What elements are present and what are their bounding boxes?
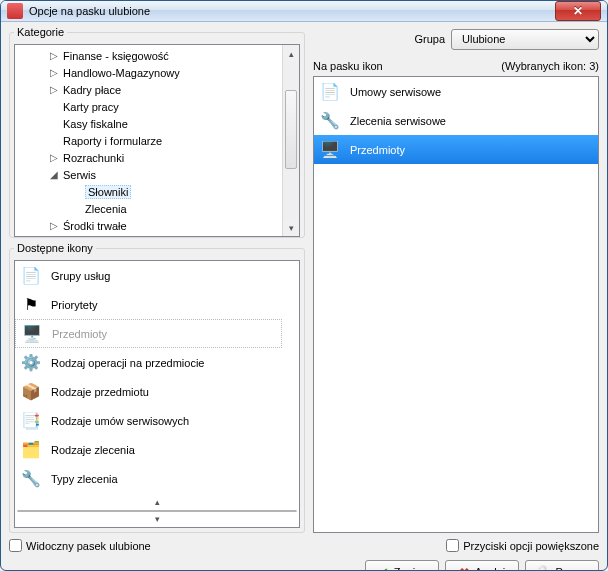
expander-icon[interactable]: ▷ [49, 220, 59, 231]
left-column: Kategorie ▷Finanse - księgowość▷Handlowo… [9, 26, 305, 533]
item-icon: ⚙️ [19, 352, 43, 374]
visible-favorites-checkbox[interactable]: Widoczny pasek ulubione [9, 539, 151, 552]
main-columns: Kategorie ▷Finanse - księgowość▷Handlowo… [9, 26, 599, 533]
tree-item-label: Finanse - księgowość [63, 50, 169, 62]
list-item[interactable]: ⚙️Rodzaj operacji na przedmiocie [15, 348, 282, 377]
help-button-label: Pomoc [555, 566, 589, 571]
tree-item[interactable]: Zlecenia [17, 200, 282, 217]
tree-item[interactable]: ▷Handlowo-Magazynowy [17, 64, 282, 81]
scroll-down-icon[interactable]: ▾ [15, 510, 299, 527]
scroll-track[interactable] [283, 62, 299, 219]
close-button[interactable]: ✕ [555, 1, 601, 21]
tree-item[interactable]: ◢Serwis [17, 166, 282, 183]
tree-item-label: Kasy fiskalne [63, 118, 128, 130]
favorites-item-label: Przedmioty [350, 144, 405, 156]
tree-item-label: Kadry płace [63, 84, 121, 96]
right-column: Grupa Ulubione Na pasku ikon (Wybranych … [313, 26, 599, 533]
list-item[interactable]: ⚑Priorytety [15, 290, 282, 319]
tree-item[interactable]: Raporty i formularze [17, 132, 282, 149]
list-item-label: Rodzaje umów serwisowych [51, 415, 189, 427]
item-icon: 📦 [19, 381, 43, 403]
list-item[interactable]: 📦Rodzaje przedmiotu [15, 377, 282, 406]
categories-group: Kategorie ▷Finanse - księgowość▷Handlowo… [9, 26, 305, 238]
expander-icon[interactable]: ▷ [49, 67, 59, 78]
help-icon: ❔ [534, 565, 550, 572]
tree-item-label: Słowniki [85, 185, 131, 199]
favorites-item-label: Umowy serwisowe [350, 86, 441, 98]
cross-icon: ✖ [459, 565, 470, 572]
content: Kategorie ▷Finanse - księgowość▷Handlowo… [1, 22, 607, 571]
favorites-item[interactable]: 📄Umowy serwisowe [314, 77, 598, 106]
available-icons-group: Dostępne ikony 📄Grupy usług⚑Priorytety🖥️… [9, 242, 305, 533]
tree-item[interactable]: ▷Finanse - księgowość [17, 47, 282, 64]
tree-item-label: Zlecenia [85, 203, 127, 215]
favorites-item-label: Zlecenia serwisowe [350, 115, 446, 127]
available-scrollbar[interactable]: ▴ ▾ [15, 493, 299, 527]
tree-item-label: Karty pracy [63, 101, 119, 113]
save-button[interactable]: ✔ Zapisz [365, 560, 439, 571]
large-buttons-input[interactable] [446, 539, 459, 552]
categories-scrollbar[interactable]: ▴ ▾ [282, 45, 299, 236]
list-item-label: Rodzaje przedmiotu [51, 386, 149, 398]
group-selector-row: Grupa Ulubione [313, 26, 599, 52]
dialog-buttons: ✔ Zapisz ✖ Anuluj ❔ Pomoc [9, 556, 599, 571]
list-item-label: Rodzaje zlecenia [51, 444, 135, 456]
scroll-up-icon[interactable]: ▴ [15, 493, 299, 510]
cancel-button-label: Anuluj [475, 566, 506, 571]
tree-item[interactable]: Kasy fiskalne [17, 115, 282, 132]
scroll-up-icon[interactable]: ▴ [283, 45, 299, 62]
list-item[interactable]: 📄Grupy usług [15, 261, 282, 290]
categories-tree[interactable]: ▷Finanse - księgowość▷Handlowo-Magazynow… [14, 44, 300, 237]
tree-item[interactable]: ▷Rozrachunki [17, 149, 282, 166]
expander-icon[interactable]: ▷ [49, 84, 59, 95]
item-icon: ⚑ [19, 294, 43, 316]
favorites-item[interactable]: 🖥️Przedmioty [314, 135, 598, 164]
list-item-label: Typy zlecenia [51, 473, 118, 485]
list-item-label: Priorytety [51, 299, 97, 311]
list-item-label: Rodzaj operacji na przedmiocie [51, 357, 204, 369]
favorites-options-window: Opcje na pasku ulubione ✕ Kategorie ▷Fin… [0, 0, 608, 571]
expander-icon[interactable]: ▷ [49, 50, 59, 61]
list-item[interactable]: 🖥️Przedmioty [15, 319, 282, 348]
large-buttons-checkbox[interactable]: Przyciski opcji powiększone [446, 539, 599, 552]
large-buttons-label: Przyciski opcji powiększone [463, 540, 599, 552]
visible-favorites-input[interactable] [9, 539, 22, 552]
group-select[interactable]: Ulubione [451, 29, 599, 50]
list-item[interactable]: 🔧Typy zlecenia [15, 464, 282, 493]
item-icon: 📑 [19, 410, 43, 432]
save-button-label: Zapisz [394, 566, 426, 571]
visible-favorites-label: Widoczny pasek ulubione [26, 540, 151, 552]
list-item[interactable]: 📑Rodzaje umów serwisowych [15, 406, 282, 435]
favorites-item[interactable]: 🔧Zlecenia serwisowe [314, 106, 598, 135]
item-icon: 📄 [19, 265, 43, 287]
titlebar[interactable]: Opcje na pasku ulubione ✕ [1, 1, 607, 22]
expander-icon[interactable]: ▷ [49, 152, 59, 163]
categories-legend: Kategorie [14, 26, 67, 38]
scroll-thumb[interactable] [285, 90, 297, 169]
checkbox-row: Widoczny pasek ulubione Przyciski opcji … [9, 537, 599, 552]
tree-item[interactable]: Słowniki [17, 183, 282, 200]
scroll-thumb[interactable] [17, 510, 297, 512]
tree-item-label: Środki trwałe [63, 220, 127, 232]
toolbar-icons-count: (Wybranych ikon: 3) [501, 60, 599, 72]
group-label: Grupa [414, 33, 445, 45]
expander-icon[interactable]: ◢ [49, 169, 59, 180]
tree-item-label: Handlowo-Magazynowy [63, 67, 180, 79]
tree-item[interactable]: Karty pracy [17, 98, 282, 115]
toolbar-icons-header: Na pasku ikon (Wybranych ikon: 3) [313, 56, 599, 72]
tree-item[interactable]: ▷Kadry płace [17, 81, 282, 98]
item-icon: 🔧 [318, 110, 342, 132]
window-title: Opcje na pasku ulubione [29, 5, 555, 17]
tree-item-label: Serwis [63, 169, 96, 181]
list-item[interactable]: 🗂️Rodzaje zlecenia [15, 435, 282, 464]
scroll-down-icon[interactable]: ▾ [283, 219, 299, 236]
available-icons-legend: Dostępne ikony [14, 242, 96, 254]
toolbar-icons-list[interactable]: 📄Umowy serwisowe🔧Zlecenia serwisowe🖥️Prz… [313, 76, 599, 533]
available-icons-list[interactable]: 📄Grupy usług⚑Priorytety🖥️Przedmioty⚙️Rod… [14, 260, 300, 528]
list-item-label: Grupy usług [51, 270, 110, 282]
app-icon [7, 3, 23, 19]
tree-item-label: Raporty i formularze [63, 135, 162, 147]
tree-item[interactable]: ▷Środki trwałe [17, 217, 282, 234]
help-button[interactable]: ❔ Pomoc [525, 560, 599, 571]
cancel-button[interactable]: ✖ Anuluj [445, 560, 519, 571]
